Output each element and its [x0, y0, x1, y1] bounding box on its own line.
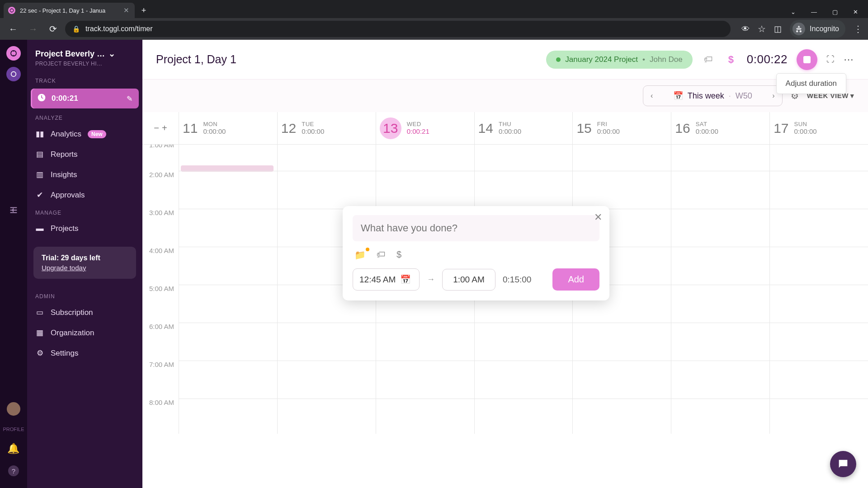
reload-button[interactable]: ⟳ [45, 21, 61, 37]
new-badge: New [88, 130, 106, 138]
entry-title[interactable]: Project 1, Day 1 [156, 53, 236, 66]
chevron-down-icon[interactable]: ⌄ [791, 9, 796, 15]
day-column[interactable] [671, 145, 769, 434]
favicon-icon [8, 7, 15, 14]
project-select-icon[interactable]: 📁 [354, 249, 366, 260]
zoom-in-button[interactable]: + [162, 123, 167, 133]
new-tab-button[interactable]: + [137, 4, 150, 17]
day-header-tue[interactable]: 12TUE0:00:00 [277, 112, 376, 144]
description-input[interactable] [353, 215, 599, 241]
section-track-label: TRACK [27, 73, 142, 87]
incognito-chip[interactable]: Incognito [790, 20, 845, 38]
sidebar-item-reports[interactable]: ▤Reports [27, 144, 142, 164]
forward-button: → [25, 21, 41, 37]
gear-icon: ⚙ [35, 348, 44, 358]
day-header-sat[interactable]: 16SAT0:00:00 [671, 112, 769, 144]
day-headers: − + 11MON0:00:00 12TUE0:00:00 13WED0:00:… [142, 112, 868, 145]
stop-button[interactable] [797, 49, 817, 70]
hour-label: 8:00 AM [142, 399, 179, 434]
project-chip[interactable]: January 2024 Project • John Doe [546, 51, 692, 69]
sidebar-item-analytics[interactable]: ▮▮AnalyticsNew [27, 124, 142, 144]
section-manage-label: MANAGE [27, 205, 142, 219]
tab-title: 22 sec - Project 1, Day 1 - Janua [20, 7, 119, 14]
date-range-selector: ‹ 📅 This week · W50 › [643, 85, 783, 106]
date-range-button[interactable]: 📅 This week · W50 [660, 91, 765, 101]
tag-icon[interactable]: 🏷 [702, 54, 715, 65]
profile-avatar-icon[interactable] [7, 402, 20, 416]
billable-icon[interactable]: $ [724, 54, 738, 66]
day-header-thu[interactable]: 14THU0:00:00 [474, 112, 573, 144]
workspace-subtitle: PROJECT BEVERLY HI… [35, 61, 134, 67]
duration-display[interactable]: 0:15:00 [503, 275, 531, 285]
week-number: W50 [736, 91, 752, 101]
sidebar-item-subscription[interactable]: ▭Subscription [27, 302, 142, 323]
day-header-mon[interactable]: 11MON0:00:00 [179, 112, 277, 144]
sidebar: Project Beverly …⌄ PROJECT BEVERLY HI… T… [27, 40, 142, 488]
org-icon: ▦ [35, 328, 44, 338]
hour-label: 2:00 AM [142, 171, 179, 209]
section-analyze-label: ANALYZE [27, 110, 142, 124]
more-icon[interactable]: ⋯ [844, 54, 854, 66]
back-button[interactable]: ← [5, 21, 21, 37]
sidebar-item-projects[interactable]: ▬Projects [27, 219, 142, 239]
expand-icon[interactable]: ⛶ [826, 55, 835, 64]
help-icon[interactable]: ? [8, 465, 19, 476]
add-entry-button[interactable]: Add [552, 268, 599, 291]
intercom-launcher[interactable] [830, 451, 856, 477]
browser-tab[interactable]: 22 sec - Project 1, Day 1 - Janua ✕ [4, 3, 135, 18]
close-window-icon[interactable]: ✕ [853, 9, 858, 15]
sidebar-item-approvals[interactable]: ✔Approvals [27, 185, 142, 205]
bookmark-icon[interactable]: ☆ [758, 23, 766, 34]
time-entry-popup: ✕ 📁 🏷 $ 12:45 AM📅 → 1:00 AM 0:15:00 Add [343, 206, 609, 300]
day-header-fri[interactable]: 15FRI0:00:00 [572, 112, 671, 144]
check-circle-icon: ✔ [35, 190, 44, 200]
day-column[interactable] [769, 145, 868, 434]
minimize-icon[interactable]: ― [811, 9, 817, 15]
day-header-wed[interactable]: 13WED0:00:21 [376, 112, 474, 144]
address-bar[interactable]: 🔒 track.toggl.com/timer [65, 21, 731, 37]
hour-label: 1:00 AM [142, 145, 179, 171]
running-time: 0:00:21 [52, 94, 121, 103]
zoom-out-button[interactable]: − [154, 123, 159, 133]
hour-label: 6:00 AM [142, 323, 179, 361]
tag-select-icon[interactable]: 🏷 [377, 249, 386, 260]
profile-label: PROFILE [3, 427, 24, 432]
chrome-menu-icon[interactable]: ⋮ [854, 23, 863, 34]
insights-icon: ▥ [35, 170, 44, 179]
project-name: January 2024 Project [565, 55, 638, 64]
hour-label: 3:00 AM [142, 209, 179, 247]
workspace-switcher-icon[interactable] [6, 67, 21, 81]
day-column[interactable] [179, 145, 277, 434]
folder-icon: ▬ [35, 224, 44, 233]
running-timer-entry[interactable]: 0:00:21 ✎ [31, 89, 139, 108]
collapse-sidebar-icon[interactable] [9, 205, 19, 217]
extensions-icon[interactable]: ◫ [774, 24, 782, 34]
calendar-icon: 📅 [673, 91, 683, 101]
end-time-input[interactable]: 1:00 AM [442, 269, 495, 291]
day-header-sun[interactable]: 17SUN0:00:00 [769, 112, 868, 144]
incognito-label: Incognito [810, 25, 839, 33]
billable-toggle-icon[interactable]: $ [396, 249, 401, 260]
hour-label: 7:00 AM [142, 361, 179, 399]
sidebar-item-settings[interactable]: ⚙Settings [27, 343, 142, 363]
eye-off-icon[interactable]: 👁 [741, 24, 750, 34]
timer-display[interactable]: 0:00:22 [747, 52, 788, 66]
sidebar-item-insights[interactable]: ▥Insights [27, 164, 142, 185]
prev-week-button[interactable]: ‹ [643, 92, 660, 100]
section-admin-label: ADMIN [27, 289, 142, 302]
timer-bar: Project 1, Day 1 January 2024 Project • … [142, 40, 868, 80]
maximize-icon[interactable]: ▢ [832, 9, 838, 15]
card-icon: ▭ [35, 308, 44, 317]
workspace-selector[interactable]: Project Beverly …⌄ [35, 49, 134, 59]
toggl-logo-icon[interactable] [6, 46, 21, 61]
document-icon: ▤ [35, 150, 44, 159]
close-popup-icon[interactable]: ✕ [594, 211, 602, 223]
edit-icon[interactable]: ✎ [127, 94, 132, 103]
sidebar-item-organization[interactable]: ▦Organization [27, 323, 142, 343]
upgrade-link[interactable]: Upgrade today [42, 264, 128, 272]
app-rail: PROFILE 🔔 ? [0, 40, 27, 488]
start-time-input[interactable]: 12:45 AM📅 [353, 268, 420, 291]
notifications-icon[interactable]: 🔔 [7, 443, 19, 455]
trial-title: Trial: 29 days left [42, 254, 128, 262]
close-tab-icon[interactable]: ✕ [123, 6, 129, 14]
